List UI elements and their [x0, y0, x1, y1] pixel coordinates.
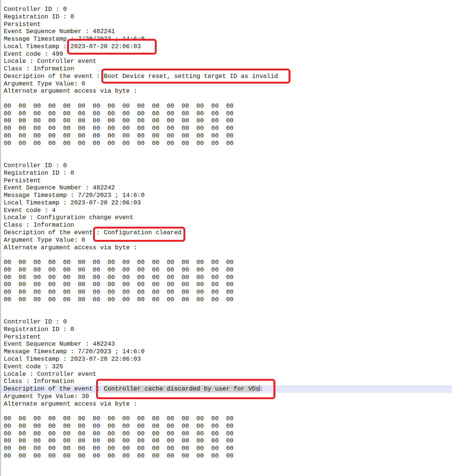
log-line: Local Timestamp : 2023-07-20 22:06:03 — [1, 355, 452, 363]
hex-row: 00 00 00 00 00 00 00 00 00 00 00 00 00 0… — [1, 117, 452, 125]
log-line: Local Timestamp : 2023-07-20 22:06:03 — [1, 43, 452, 50]
log-line: Registration ID : 0 — [1, 13, 452, 21]
log-line: Controller ID : 0 — [1, 162, 452, 169]
field-label: Description of the event : — [4, 385, 104, 392]
hex-row: 00 00 00 00 00 00 00 00 00 00 00 00 00 0… — [1, 274, 452, 281]
log-line: Argument Type Value: 0 — [1, 80, 452, 88]
hex-row: 00 00 00 00 00 00 00 00 00 00 00 00 00 0… — [1, 423, 452, 430]
log-line: Registration ID : 0 — [1, 326, 452, 333]
blank-line — [1, 154, 452, 162]
log-line: Argument Type Value: 30 — [1, 393, 452, 400]
log-line: Class : Information — [1, 65, 452, 73]
log-content: Controller ID : 0Registration ID : 0Pers… — [1, 6, 452, 474]
hex-row: 00 00 00 00 00 00 00 00 00 00 00 00 00 0… — [1, 445, 452, 452]
log-line: Persistent — [1, 177, 452, 185]
log-line: Event code : 4 — [1, 207, 452, 214]
hex-row: 00 00 00 00 00 00 00 00 00 00 00 00 00 0… — [1, 266, 452, 274]
blank-line — [1, 460, 452, 467]
log-line: Controller ID : 0 — [1, 6, 452, 13]
log-line: Local Timestamp : 2023-07-20 22:06:03 — [1, 199, 452, 207]
log-line: Locale : Controller event — [1, 58, 452, 65]
blank-line — [1, 251, 452, 259]
hex-row: 00 00 00 00 00 00 00 00 00 00 00 00 00 0… — [1, 452, 452, 460]
log-line: Event Sequence Number : 482242 — [1, 184, 452, 192]
hex-row: 00 00 00 00 00 00 00 00 00 00 00 00 00 0… — [1, 132, 452, 140]
hex-row: 00 00 00 00 00 00 00 00 00 00 00 00 00 0… — [1, 430, 452, 438]
hex-row: 00 00 00 00 00 00 00 00 00 00 00 00 00 0… — [1, 259, 452, 266]
log-line: Registration ID : 0 — [1, 169, 452, 177]
hex-row: 00 00 00 00 00 00 00 00 00 00 00 00 00 0… — [1, 125, 452, 132]
log-line: Persistent — [1, 333, 452, 341]
field-suffix: : — [260, 385, 263, 392]
log-line: Persistent — [1, 21, 452, 28]
log-line: Event code : 325 — [1, 363, 452, 371]
log-line: Class : Information — [1, 378, 452, 385]
hex-row: 00 00 00 00 00 00 00 00 00 00 00 00 00 0… — [1, 102, 452, 110]
blank-line — [1, 407, 452, 415]
log-line: Alternate argument access via byte : — [1, 400, 452, 408]
hex-row: 00 00 00 00 00 00 00 00 00 00 00 00 00 0… — [1, 110, 452, 117]
log-viewer-page: Controller ID : 0Registration ID : 0Pers… — [0, 0, 452, 476]
hex-row: 00 00 00 00 00 00 00 00 00 00 00 00 00 0… — [1, 296, 452, 304]
blank-line — [1, 311, 452, 318]
blank-line — [1, 147, 452, 155]
log-line: Alternate argument access via byte : — [1, 87, 452, 95]
log-line: Message Timestamp : 7/20/2023 ; 14:6:0 — [1, 192, 452, 199]
hex-row: 00 00 00 00 00 00 00 00 00 00 00 00 00 0… — [1, 140, 452, 147]
log-line: Locale : Controller event — [1, 371, 452, 378]
log-line: Event code : 499 — [1, 50, 452, 58]
log-line: Description of the event : Configuration… — [1, 229, 452, 236]
log-line: Controller ID : 0 — [1, 318, 452, 326]
log-line-highlighted: Description of the event : Controller ca… — [1, 385, 452, 393]
log-line: Message Timestamp : 7/20/2023 ; 14:6:0 — [1, 35, 452, 43]
hex-row: 00 00 00 00 00 00 00 00 00 00 00 00 00 0… — [1, 415, 452, 423]
log-line: Class : Information — [1, 221, 452, 229]
selected-text[interactable]: Controller cache discarded by user for V… — [104, 385, 260, 392]
log-line: Event Sequence Number : 482243 — [1, 340, 452, 348]
hex-row: 00 00 00 00 00 00 00 00 00 00 00 00 00 0… — [1, 437, 452, 445]
log-line: Argument Type Value: 0 — [1, 236, 452, 244]
hex-row: 00 00 00 00 00 00 00 00 00 00 00 00 00 0… — [1, 288, 452, 296]
blank-line — [1, 95, 452, 102]
log-line: Event Sequence Number : 482241 — [1, 28, 452, 35]
blank-line — [1, 467, 452, 474]
log-line: Locale : Configuration change event — [1, 214, 452, 221]
log-line: Description of the event : Boot Device r… — [1, 73, 452, 80]
log-line: Message Timestamp : 7/20/2023 ; 14:6:0 — [1, 348, 452, 355]
blank-line — [1, 304, 452, 311]
log-line: Alternate argument access via byte : — [1, 244, 452, 252]
hex-row: 00 00 00 00 00 00 00 00 00 00 00 00 00 0… — [1, 281, 452, 288]
